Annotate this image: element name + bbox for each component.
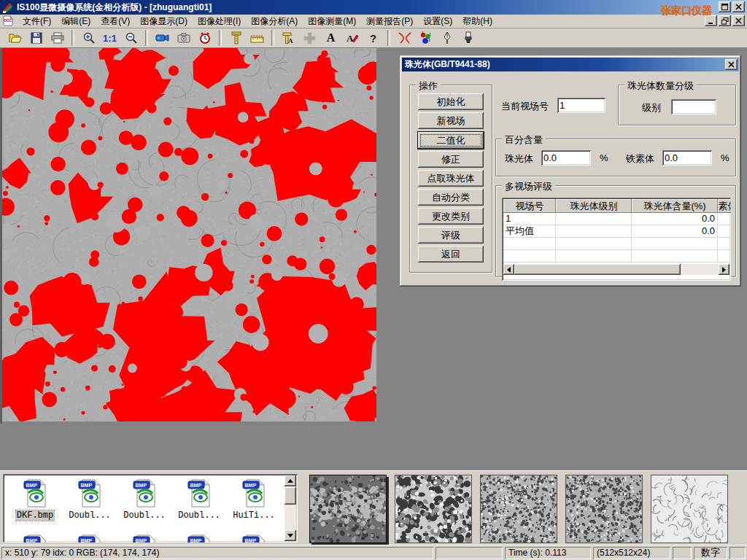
pearlite-percent-input[interactable] [541, 150, 591, 166]
file-item[interactable]: BMP Doubl... [118, 478, 171, 521]
file-item[interactable]: BMP [63, 534, 116, 542]
status-panel-empty [673, 547, 692, 559]
classify-points-button[interactable]: 123 [415, 28, 436, 47]
application-window: IS100显微摄像系统(金相分析版) - [zhuguangti01] 张家口仪… [0, 0, 747, 560]
mdi-close-button[interactable] [732, 15, 745, 26]
caliper-measure-button[interactable] [225, 28, 247, 47]
rate-button[interactable]: 评级 [418, 227, 484, 244]
menu-image-processing[interactable]: 图像处理(I) [193, 15, 246, 28]
file-name[interactable]: Doubl... [68, 510, 112, 521]
thumbnail-image[interactable] [395, 475, 472, 543]
table-row[interactable]: 1 0.0 [503, 213, 729, 225]
measure-text-button[interactable]: A [278, 28, 299, 47]
new-field-button[interactable]: 新视场 [418, 112, 484, 129]
pick-pearlite-button[interactable]: 点取珠光体 [418, 170, 484, 187]
bmp-file-icon: BMP [187, 534, 212, 542]
edit-text-button[interactable]: A [341, 28, 363, 47]
micrograph-frame [0, 48, 376, 424]
menu-settings[interactable]: 设置(S) [418, 15, 457, 28]
ruler-button[interactable] [247, 28, 268, 47]
ferrite-percent-unit: % [721, 152, 729, 163]
menu-edit[interactable]: 编辑(E) [56, 15, 96, 28]
binarize-button[interactable]: 二值化 [418, 132, 484, 149]
grade-input[interactable] [671, 99, 716, 114]
rating-table[interactable]: 视场号 珠光体级别 珠光体含量(%) 铁素体含量(%) 1 0.0 [502, 198, 731, 281]
table-row[interactable]: 平均值 0.0 [503, 225, 729, 238]
print-button[interactable] [47, 28, 68, 47]
maximize-button[interactable] [719, 1, 731, 12]
percent-group: 百分含量 珠光体 % 铁素体 % [495, 139, 736, 176]
ferrite-percent-input[interactable] [662, 150, 712, 166]
scroll-right-button[interactable] [719, 264, 729, 275]
thumbnail-image[interactable] [309, 475, 387, 543]
pearlite-percent-label: 珠光体 [505, 152, 533, 166]
timer-button[interactable] [194, 28, 215, 47]
video-capture-button[interactable] [152, 28, 173, 47]
menu-file[interactable]: 文件(F) [18, 15, 56, 28]
file-name[interactable]: HuiTi... [232, 510, 276, 521]
scrollbar-thumb[interactable] [285, 487, 296, 505]
file-name[interactable]: Doubl... [123, 510, 166, 521]
file-list-scrollbar[interactable] [285, 475, 296, 541]
help-button[interactable]: ? [363, 28, 384, 47]
menu-image-measure[interactable]: 图像测量(M) [303, 15, 361, 28]
auto-classify-button[interactable]: 自动分类 [418, 189, 484, 206]
image-size-status: (512x512x24) [593, 547, 670, 559]
menu-help[interactable]: 帮助(H) [457, 15, 498, 28]
menu-image-analysis[interactable]: 图像分析(A) [246, 15, 303, 28]
file-name[interactable]: DKF.bmp [16, 510, 54, 521]
insert-text-button[interactable]: A [320, 28, 341, 47]
status-panel-empty [436, 547, 503, 559]
file-item[interactable]: BMP [118, 534, 171, 542]
current-field-input[interactable] [557, 98, 605, 113]
curve-tool-button[interactable] [394, 28, 415, 47]
file-item[interactable]: BMP [173, 534, 225, 542]
brush-tool-button[interactable] [457, 28, 479, 47]
table-cell [556, 225, 632, 237]
change-class-button[interactable]: 更改类别 [418, 208, 484, 225]
svg-text:3: 3 [428, 39, 430, 42]
scroll-down-button[interactable] [285, 530, 296, 541]
pattern-grid-button[interactable] [299, 28, 320, 47]
zoom-out-button[interactable] [120, 28, 142, 47]
file-item[interactable]: BMP DKF.bmp [9, 478, 61, 521]
menu-view[interactable]: 查看(V) [96, 15, 135, 28]
open-button[interactable] [4, 28, 26, 47]
correct-button[interactable]: 修正 [418, 151, 484, 168]
zoom-in-button[interactable] [78, 28, 99, 47]
micrograph-image[interactable] [2, 48, 376, 421]
svg-text:BMP: BMP [81, 538, 93, 542]
init-button[interactable]: 初始化 [418, 93, 484, 110]
file-item[interactable]: BMP Doubl... [63, 478, 116, 521]
scrollbar-thumb[interactable] [514, 264, 681, 275]
snapshot-button[interactable] [173, 28, 194, 47]
file-item[interactable]: BMP HuiTi... [228, 478, 280, 521]
multi-field-group-title: 多视场评级 [502, 180, 555, 193]
scroll-left-button[interactable] [503, 264, 514, 275]
file-item[interactable]: BMP [228, 534, 280, 542]
actual-size-button[interactable]: 1:1 [99, 28, 120, 47]
file-item[interactable]: BMP [9, 534, 61, 542]
grade-label: 级别 [642, 101, 661, 114]
return-button[interactable]: 返回 [418, 246, 484, 262]
save-button[interactable] [26, 28, 47, 47]
toolbar-separator [219, 30, 222, 46]
file-list[interactable]: BMP DKF.bmp BMP Doubl... BMP Doubl... BM… [3, 474, 298, 542]
grade-group: 珠光体数量分级 级别 [618, 85, 736, 125]
scroll-up-button[interactable] [285, 475, 296, 486]
mdi-restore-button[interactable] [719, 15, 731, 26]
thumbnail-image[interactable] [565, 475, 643, 543]
file-name[interactable]: Doubl... [177, 510, 221, 521]
pick-tool-button[interactable] [436, 28, 457, 47]
menu-measure-report[interactable]: 测量报告(P) [361, 15, 418, 28]
dialog-titlebar[interactable]: 珠光体(GB/T9441-88) [402, 58, 739, 71]
table-horizontal-scrollbar[interactable] [503, 264, 729, 275]
close-button[interactable] [732, 1, 745, 12]
thumbnail-image[interactable] [480, 475, 557, 543]
thumbnail-image[interactable] [651, 475, 728, 543]
dialog-close-button[interactable] [725, 59, 738, 70]
file-item[interactable]: BMP Doubl... [173, 478, 225, 521]
svg-text:BMP: BMP [81, 483, 93, 488]
menu-image-display[interactable]: 图像显示(D) [135, 15, 193, 28]
document-icon[interactable]: DOC [2, 15, 14, 27]
